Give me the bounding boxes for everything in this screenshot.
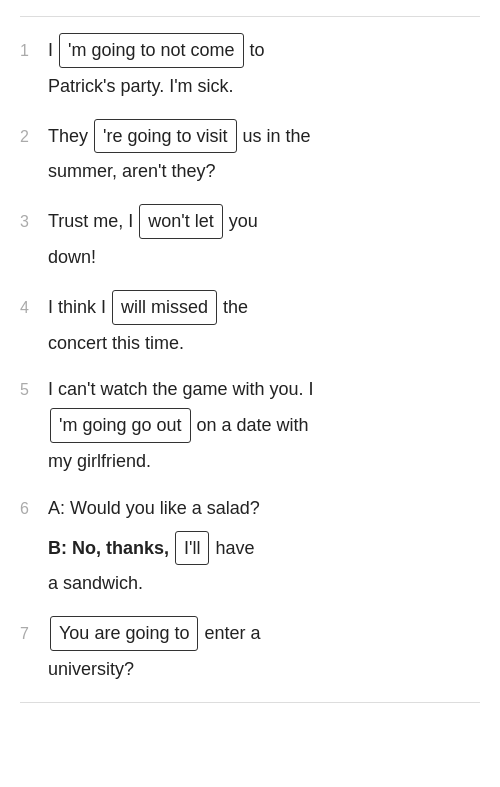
text-segment: the (223, 293, 248, 322)
item-content-3: Trust me, I won't let you down! (48, 204, 480, 272)
continuation-4: concert this time. (48, 329, 480, 358)
item-number-7: 7 (20, 619, 48, 647)
item-content-4: I think I will missed the concert this t… (48, 290, 480, 358)
item-content-2: They 're going to visit us in the summer… (48, 119, 480, 187)
list-item: 6 A: Would you like a salad? B: No, than… (20, 494, 480, 598)
continuation-5: my girlfriend. (48, 447, 480, 476)
item-content-6: A: Would you like a salad? B: No, thanks… (48, 494, 480, 598)
bottom-divider (20, 702, 480, 703)
continuation-7: university? (48, 655, 480, 684)
item-number-4: 4 (20, 293, 48, 321)
list-item: 5 I can't watch the game with you. I 'm … (20, 375, 480, 475)
text-segment: Trust me, I (48, 207, 133, 236)
exercise-list: 1 I 'm going to not come to Patrick's pa… (20, 33, 480, 684)
text-segment: have (215, 534, 254, 563)
text-segment: They (48, 122, 88, 151)
item-number-2: 2 (20, 122, 48, 150)
item-7-inline: You are going to enter a (48, 616, 261, 651)
answer-box-2: 're going to visit (94, 119, 237, 154)
continuation-1: Patrick's party. I'm sick. (48, 72, 480, 101)
text-segment: you (229, 207, 258, 236)
part-a-6: A: Would you like a salad? (48, 494, 480, 523)
list-item: 3 Trust me, I won't let you down! (20, 204, 480, 272)
item-number-1: 1 (20, 36, 48, 64)
list-item: 4 I think I will missed the concert this… (20, 290, 480, 358)
item-content-7: You are going to enter a university? (48, 616, 480, 684)
answer-box-3: won't let (139, 204, 222, 239)
answer-box-5: 'm going go out (50, 408, 191, 443)
part-b-6: B: No, thanks, I'll have (48, 531, 255, 566)
list-item: 7 You are going to enter a university? (20, 616, 480, 684)
answer-box-4: will missed (112, 290, 217, 325)
list-item: 1 I 'm going to not come to Patrick's pa… (20, 33, 480, 101)
answer-box-7: You are going to (50, 616, 198, 651)
intro-5: I can't watch the game with you. I (48, 375, 480, 404)
item-content-1: I 'm going to not come to Patrick's part… (48, 33, 480, 101)
text-segment: I think I (48, 293, 106, 322)
item-number-3: 3 (20, 207, 48, 235)
item-content-5: I can't watch the game with you. I 'm go… (48, 375, 480, 475)
text-segment: enter a (204, 619, 260, 648)
top-divider (20, 16, 480, 17)
item-5-inline: 'm going go out on a date with (48, 408, 309, 443)
answer-box-6: I'll (175, 531, 209, 566)
continuation-3: down! (48, 243, 480, 272)
text-segment: to (250, 36, 265, 65)
list-item: 2 They 're going to visit us in the summ… (20, 119, 480, 187)
answer-box-1: 'm going to not come (59, 33, 244, 68)
text-segment: on a date with (197, 411, 309, 440)
text-segment: I (48, 36, 53, 65)
item-number-5: 5 (20, 375, 48, 403)
continuation-2: summer, aren't they? (48, 157, 480, 186)
text-segment: us in the (243, 122, 311, 151)
item-number-6: 6 (20, 494, 48, 522)
continuation-6: a sandwich. (48, 569, 480, 598)
text-segment-bold: B: No, thanks, (48, 534, 169, 563)
